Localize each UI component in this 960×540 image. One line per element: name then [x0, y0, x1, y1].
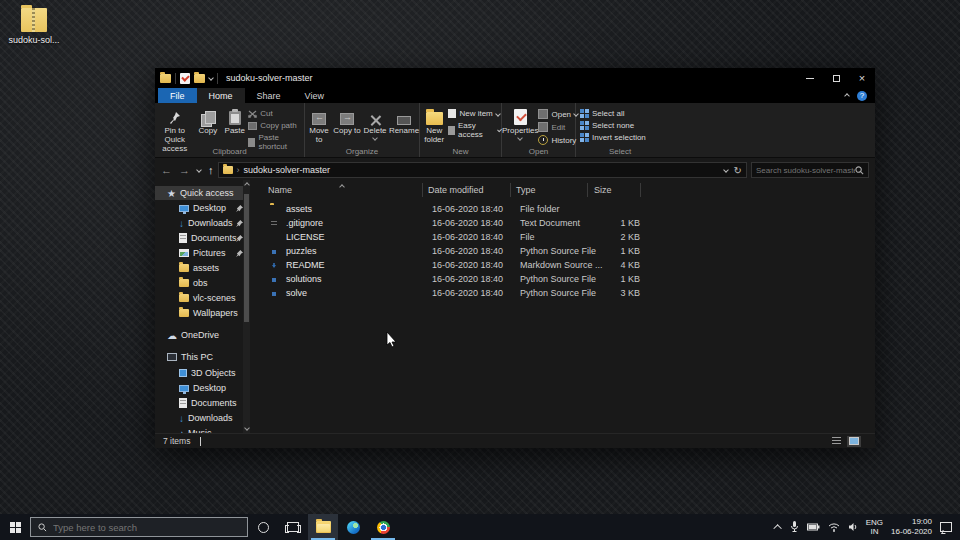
speaker-icon[interactable] [848, 522, 858, 532]
copy-label: Copy [199, 126, 218, 135]
taskbar-edge[interactable] [338, 514, 368, 540]
sidebar-item-documents[interactable]: Documents [155, 396, 247, 410]
sidebar-item-label: This PC [181, 352, 213, 362]
rename-button[interactable]: Rename [389, 106, 419, 135]
sidebar-item-quick-access[interactable]: ★ Quick access [155, 186, 247, 200]
tab-view[interactable]: View [293, 88, 336, 103]
details-view-button[interactable] [829, 436, 843, 447]
invert-selection-icon [580, 133, 589, 142]
tab-file[interactable]: File [158, 88, 197, 103]
tray-expand-chevron-icon[interactable] [773, 524, 781, 532]
scrollbar-thumb[interactable] [244, 194, 249, 322]
new-folder-button[interactable]: New folder [420, 106, 448, 144]
sidebar-item-obs[interactable]: obs [155, 276, 247, 290]
microphone-icon[interactable] [790, 521, 799, 533]
file-row-puzzles[interactable]: puzzles 16-06-2020 18:40 Python Source F… [266, 245, 855, 259]
properties-qat-icon[interactable] [180, 73, 190, 84]
explorer-search-input[interactable] [756, 166, 855, 175]
cortana-button[interactable] [248, 514, 278, 540]
sidebar-item-3d-objects[interactable]: 3D Objects [155, 366, 247, 380]
copy-path-icon [248, 122, 257, 130]
wifi-icon[interactable] [828, 523, 840, 532]
help-icon[interactable] [857, 91, 867, 101]
cut-button[interactable]: Cut [248, 109, 304, 118]
recent-locations-chevron-icon[interactable] [196, 167, 202, 173]
address-dropdown-chevron-icon[interactable] [723, 167, 729, 173]
breadcrumb-path: sudoku-solver-master [244, 165, 331, 175]
sidebar-item-desktop-pinned[interactable]: Desktop [155, 201, 247, 215]
back-button[interactable]: ← [161, 164, 172, 176]
document-icon [179, 233, 187, 243]
minimize-button[interactable] [797, 68, 823, 88]
delete-button[interactable]: Delete [361, 106, 389, 140]
sidebar-item-onedrive[interactable]: ☁ OneDrive [155, 328, 247, 342]
taskbar-clock[interactable]: 19:00 16-06-2020 [891, 517, 932, 536]
open-button[interactable]: Open [538, 109, 578, 119]
sidebar-item-documents-pinned[interactable]: Documents [155, 231, 247, 245]
sidebar-item-wallpapers[interactable]: Wallpapers [155, 306, 247, 320]
explorer-search-box[interactable] [751, 162, 869, 178]
start-button[interactable] [0, 514, 30, 540]
sidebar-item-desktop[interactable]: Desktop [155, 381, 247, 395]
sidebar-scrollbar[interactable] [243, 180, 250, 433]
language-indicator[interactable]: ENG IN [866, 518, 883, 536]
column-header-name[interactable]: Name [268, 185, 292, 195]
sidebar-item-assets[interactable]: assets [155, 261, 247, 275]
refresh-icon[interactable]: ↻ [734, 165, 742, 176]
battery-icon[interactable] [807, 523, 820, 531]
task-view-icon [287, 522, 299, 532]
easy-access-button[interactable]: Easy access [448, 121, 501, 139]
close-button[interactable]: × [849, 68, 875, 88]
invert-selection-button[interactable]: Invert selection [580, 133, 646, 142]
scroll-up-icon[interactable] [245, 182, 249, 188]
new-folder-qat-icon[interactable] [194, 74, 205, 83]
taskbar-search-input[interactable] [53, 522, 240, 533]
column-header-type[interactable]: Type [516, 185, 536, 195]
properties-button[interactable]: Properties [502, 106, 538, 140]
action-center-icon[interactable] [940, 522, 952, 532]
up-button[interactable]: ↑ [208, 164, 214, 176]
document-icon [179, 398, 187, 408]
sidebar-item-downloads-pinned[interactable]: ↓ Downloads [155, 216, 247, 230]
sidebar-item-downloads[interactable]: ↓ Downloads [155, 411, 247, 425]
edit-button[interactable]: Edit [538, 122, 578, 132]
taskbar-chrome[interactable] [368, 514, 398, 540]
file-row-gitignore[interactable]: .gitignore 16-06-2020 18:40 Text Documen… [266, 217, 855, 231]
tab-home[interactable]: Home [197, 88, 245, 103]
file-row-solutions[interactable]: solutions 16-06-2020 18:40 Python Source… [266, 273, 855, 287]
sidebar-item-vlc-scenes[interactable]: vlc-scenes [155, 291, 247, 305]
file-row-license[interactable]: LICENSE 16-06-2020 18:40 File 2 KB [266, 231, 855, 245]
file-row-assets[interactable]: assets 16-06-2020 18:40 File folder [266, 203, 855, 217]
sidebar-item-this-pc[interactable]: This PC [155, 350, 247, 364]
collapse-ribbon-icon[interactable] [844, 93, 850, 99]
select-all-button[interactable]: Select all [580, 109, 646, 118]
task-view-button[interactable] [278, 514, 308, 540]
paste-label: Paste [225, 126, 245, 135]
forward-button[interactable]: → [179, 164, 190, 176]
sidebar-item-label: Desktop [193, 203, 226, 213]
tab-share[interactable]: Share [245, 88, 293, 103]
new-item-button[interactable]: New item [448, 109, 501, 118]
history-button[interactable]: History [538, 135, 578, 145]
file-row-readme[interactable]: README 16-06-2020 18:40 Markdown Source … [266, 259, 855, 273]
scroll-down-icon[interactable] [245, 425, 249, 431]
desktop-icon-sudoku-zip[interactable]: sudoku-sol... [6, 8, 62, 45]
sidebar-item-pictures-pinned[interactable]: Pictures [155, 246, 247, 260]
copy-button[interactable]: Copy [194, 106, 221, 135]
breadcrumb[interactable]: › sudoku-solver-master ↻ [218, 162, 748, 178]
qat-customize-chevron-icon[interactable] [208, 75, 214, 81]
large-icons-view-button[interactable] [847, 436, 861, 447]
copy-to-button[interactable]: Copy to [333, 106, 361, 135]
copy-path-button[interactable]: Copy path [248, 121, 304, 130]
paste-button[interactable]: Paste [221, 106, 248, 135]
taskbar-file-explorer[interactable] [308, 514, 338, 540]
taskbar-search-box[interactable] [30, 517, 248, 537]
column-header-date-modified[interactable]: Date modified [428, 185, 484, 195]
tray-date: 16-06-2020 [891, 527, 932, 537]
column-header-size[interactable]: Size [594, 185, 612, 195]
maximize-button[interactable] [823, 68, 849, 88]
file-row-solve[interactable]: solve 16-06-2020 18:40 Python Source Fil… [266, 287, 855, 301]
select-none-button[interactable]: Select none [580, 121, 646, 130]
move-to-button[interactable]: Move to [305, 106, 333, 144]
navigation-pane: ★ Quick access Desktop ↓ Downloads Docum… [155, 180, 262, 433]
